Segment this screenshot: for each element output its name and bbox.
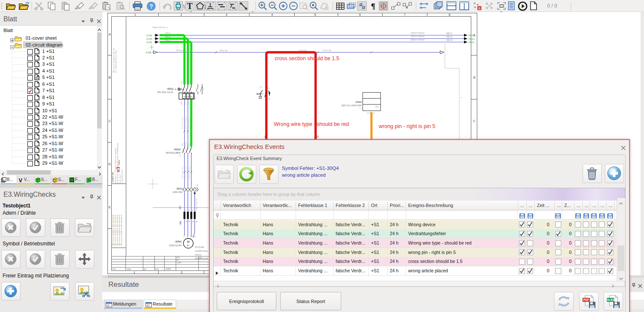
svg-text:wrong pin - right is pin 5: wrong pin - right is pin 5 [378,123,435,129]
svg-text:We reserve all rights in this: We reserve all rights in this documenta [120,214,122,245]
svg-text:br: br [189,220,191,222]
svg-text:I>: I> [190,95,192,98]
svg-text:gr: gr [192,220,194,222]
svg-text:230mm² Schwrz: 230mm² Schwrz [181,117,183,129]
svg-text:24: 24 [268,98,270,100]
svg-text:P=1.5 kW: P=1.5 kW [195,246,204,248]
svg-text:4/T2: 4/T2 [184,101,186,105]
svg-text:n=1435 U/min: n=1435 U/min [195,250,208,252]
svg-text:/3.A8: /3.A8 [146,38,152,40]
svg-text:chge: chge [127,268,131,270]
svg-text:ge: ge [196,220,198,222]
svg-text:e3: e3 [115,166,121,172]
svg-text:PE: PE [193,236,196,238]
svg-text:230mm² Schwrz: 230mm² Schwrz [188,166,190,178]
svg-text:6ES7 211-1AE40-0XB0: 6ES7 211-1AE40-0XB0 [342,105,362,107]
svg-text:5: 5 [314,13,316,16]
svg-text:c ka: c ka [112,268,116,270]
svg-text:45B S3: 45B S3 [446,39,453,41]
svg-text:7: 7 [404,13,406,16]
svg-text:series: series [118,160,120,165]
svg-text:3~: 3~ [187,244,189,247]
svg-text:04: 04 [177,259,179,261]
svg-text:7144: 7144 [177,262,181,264]
svg-text:-30M1: -30M1 [174,240,182,243]
svg-text:2: 2 [181,271,183,274]
svg-text:8: 8 [449,13,450,16]
svg-text:-30X1: -30X1 [176,187,183,190]
svg-text:mS L2: mS L2 [165,36,171,38]
svg-text:1/L1: 1/L1 [180,80,183,84]
svg-text:PDF: PDF [583,298,589,301]
svg-text:230mm² Schwrz: 230mm² Schwrz [185,117,187,129]
svg-text:.8: .8 [375,105,377,107]
svg-text:XLSX: XLSX [607,298,615,301]
svg-text:48 10 ps: 48 10 ps [176,50,184,52]
svg-text:6: 6 [359,13,361,16]
svg-text:-X60: -X60 [179,221,182,225]
svg-text:-X67: -X67 [179,205,181,210]
svg-text:mS L3: mS L3 [165,39,171,41]
svg-text:3/L2: 3/L2 [184,80,186,84]
svg-text:21: 21 [268,87,270,89]
svg-text:/3.A8: /3.A8 [146,41,152,44]
svg-text:/4.DB: /4.DB [145,51,151,54]
svg-text:?: ? [149,3,153,10]
svg-text:13: 13 [316,136,319,138]
svg-text:230mm² Schwrz: 230mm² Schwrz [188,117,190,129]
svg-text:-30Q1: -30Q1 [166,87,174,90]
svg-text:230mm² Schwrz: 230mm² Schwrz [181,166,183,178]
svg-text:3RT2015-1BB41: 3RT2015-1BB41 [165,152,181,154]
svg-text:5/L3: 5/L3 [187,80,189,84]
svg-text:I>: I> [187,95,189,98]
svg-text:1.3: 1.3 [259,86,262,88]
svg-text:4/T2: 4/T2 [185,142,187,146]
svg-text:cross section should be 1.5: cross section should be 1.5 [275,55,339,61]
svg-text:27.06.2020 10:24: 27.06.2020 10:24 [121,169,123,184]
svg-text:2: 2 [180,13,182,16]
svg-text:18 m² sw: 18 m² sw [220,50,228,52]
svg-text:K21R-112-M4: K21R-112-M4 [169,245,182,247]
svg-text:6/T3: 6/T3 [188,142,190,146]
svg-text:/3.A8: /3.A8 [146,34,152,37]
svg-text:1.3: 1.3 [194,96,197,99]
svg-text:-HLA1: -HLA1 [468,41,475,44]
svg-text:1: 1 [185,209,186,211]
svg-text:13: 13 [264,136,267,138]
svg-text:tx: tx [232,6,235,10]
svg-text:C: C [473,120,475,122]
svg-text:bea: bea [155,268,159,270]
svg-text:2/T1: 2/T1 [180,101,183,105]
svg-text:6/T3: 6/T3 [187,101,189,105]
svg-text:a?v: a?v [177,257,180,259]
svg-text:1.0: 1.0 [359,107,362,109]
svg-text:1O.2: 1O.2 [367,112,371,114]
svg-text:M: M [187,240,189,243]
svg-text:230mm² Schwrz: 230mm² Schwrz [411,32,425,34]
svg-text:I=6.6 A: I=6.6 A [195,254,202,256]
svg-text:3RV 2011-1JA 15: 3RV 2011-1JA 15 [157,91,173,93]
svg-text:-HLA1: -HLA1 [468,34,475,37]
svg-text:I>: I> [183,95,185,98]
svg-text:3: 3 [226,13,227,16]
svg-text:C: C [108,120,110,122]
svg-text:230mm² Schwrz: 230mm² Schwrz [411,39,425,41]
svg-text:1: 1 [134,13,136,16]
svg-text:D: D [108,163,110,166]
svg-text:E: E [109,206,111,209]
svg-text:V: V [19,177,23,183]
svg-text:V: V [187,236,188,238]
svg-text:230mm² Schwrz: 230mm² Schwrz [411,35,425,38]
svg-text:E: E [260,97,261,99]
svg-text:iO: iO [373,112,375,114]
svg-text:1.5 m² /2e: 1.5 m² /2e [322,50,331,52]
svg-text:45B K1: 45B K1 [446,32,453,35]
svg-text:title pump unit: title pump unit [195,257,208,260]
svg-text:for confidential therein. Repr: for confidential therein. Repr [115,50,117,73]
svg-text:grv: grv [144,268,147,270]
svg-text:2002-1301: 2002-1301 [173,191,183,193]
svg-text:-23A3: -23A3 [355,101,362,103]
svg-text:B: B [473,76,476,79]
svg-text:-HLA1: -HLA1 [468,38,475,40]
svg-text:-30K7: -30K7 [255,93,263,95]
